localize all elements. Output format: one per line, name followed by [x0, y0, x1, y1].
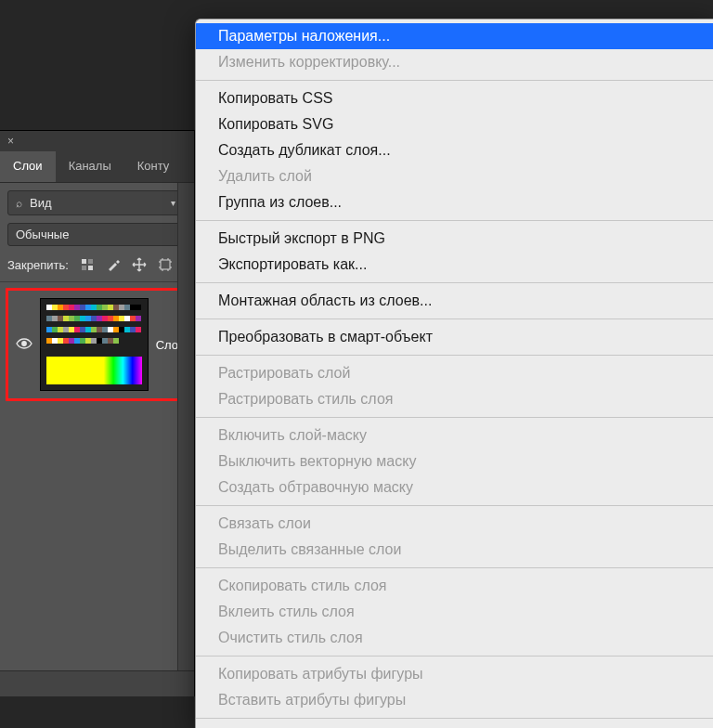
- lock-pixels-icon[interactable]: [80, 257, 95, 272]
- menu-separator: [196, 718, 713, 719]
- search-icon: ⌕: [16, 197, 22, 210]
- menu-item: Выключить векторную маску: [196, 448, 713, 474]
- menu-item[interactable]: Параметры наложения...: [196, 23, 713, 49]
- menu-item: Включить слой-маску: [196, 422, 713, 448]
- menu-separator: [196, 417, 713, 418]
- layer-context-menu: Параметры наложения...Изменить корректир…: [195, 19, 713, 728]
- menu-item[interactable]: Преобразовать в смарт-объект: [196, 324, 713, 350]
- menu-item: Связать слои: [196, 511, 713, 537]
- menu-item: Очистить стиль слоя: [196, 625, 713, 651]
- svg-rect-4: [161, 260, 170, 269]
- menu-item: Изменить корректировку...: [196, 49, 713, 75]
- menu-item[interactable]: Быстрый экспорт в PNG: [196, 226, 713, 252]
- menu-item[interactable]: Экспортировать как...: [196, 252, 713, 278]
- visibility-icon[interactable]: [16, 337, 32, 353]
- menu-item: Копировать атрибуты фигуры: [196, 661, 713, 687]
- layer-thumbnail[interactable]: [40, 298, 149, 391]
- menu-separator: [196, 318, 713, 319]
- svg-point-5: [22, 341, 26, 344]
- panel-footer: [0, 670, 194, 696]
- menu-item: Создать обтравочную маску: [196, 474, 713, 500]
- menu-item: Удалить слой: [196, 163, 713, 189]
- layer-filter-combo[interactable]: ⌕ ▾: [7, 190, 187, 215]
- menu-separator: [196, 282, 713, 283]
- svg-rect-2: [82, 266, 86, 270]
- blend-mode-combo[interactable]: Обычные: [7, 223, 187, 246]
- lock-artboard-icon[interactable]: [158, 257, 173, 272]
- tab-channels[interactable]: Каналы: [56, 151, 124, 182]
- lock-row: Закрепить:: [0, 254, 194, 282]
- lock-move-icon[interactable]: [132, 257, 147, 272]
- blend-mode-value: Обычные: [16, 228, 69, 241]
- layer-name-label: Сло: [156, 338, 178, 352]
- menu-item: Вклеить стиль слоя: [196, 599, 713, 625]
- lock-label: Закрепить:: [7, 258, 69, 272]
- menu-separator: [196, 355, 713, 356]
- svg-rect-1: [88, 259, 93, 264]
- layer-row[interactable]: Сло: [6, 288, 188, 401]
- menu-item: Растрировать слой: [196, 360, 713, 386]
- menu-separator: [196, 656, 713, 656]
- menu-item[interactable]: Монтажная область из слоев...: [196, 288, 713, 314]
- close-icon[interactable]: ×: [7, 135, 14, 148]
- layers-panel: × Слои Каналы Конту ⌕ ▾ Обычные Закрепит…: [0, 130, 195, 696]
- panel-tabs: Слои Каналы Конту: [0, 151, 194, 183]
- svg-rect-0: [82, 259, 86, 264]
- menu-item[interactable]: Копировать CSS: [196, 85, 713, 111]
- menu-item: Отменить изоляцию: [196, 723, 713, 728]
- menu-item: Растрировать стиль слоя: [196, 386, 713, 412]
- menu-separator: [196, 567, 713, 568]
- layer-filter-input[interactable]: [28, 195, 165, 211]
- panel-scrollbar[interactable]: [177, 183, 194, 670]
- svg-rect-3: [88, 266, 93, 270]
- menu-item: Скопировать стиль слоя: [196, 573, 713, 599]
- menu-item[interactable]: Группа из слоев...: [196, 189, 713, 215]
- menu-item: Выделить связанные слои: [196, 537, 713, 563]
- menu-separator: [196, 220, 713, 221]
- menu-separator: [196, 505, 713, 506]
- tab-layers[interactable]: Слои: [0, 151, 56, 182]
- menu-item[interactable]: Копировать SVG: [196, 111, 713, 137]
- menu-separator: [196, 80, 713, 81]
- panel-close-bar: ×: [0, 131, 194, 151]
- menu-item: Вставить атрибуты фигуры: [196, 687, 713, 713]
- menu-item[interactable]: Создать дубликат слоя...: [196, 137, 713, 163]
- tab-paths[interactable]: Конту: [124, 151, 183, 182]
- lock-brush-icon[interactable]: [106, 257, 121, 272]
